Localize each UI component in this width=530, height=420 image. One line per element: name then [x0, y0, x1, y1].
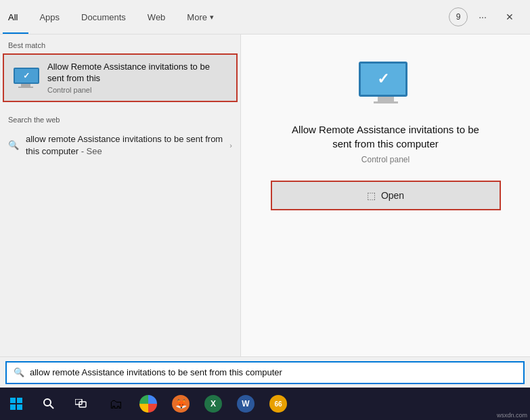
- windows-icon: [10, 398, 22, 410]
- tab-bar: All Apps Documents Web More ▾ 9 ··· ✕: [0, 0, 530, 34]
- tab-web[interactable]: Web: [137, 0, 177, 34]
- best-match-label: Best match: [0, 34, 240, 52]
- monitor-icon: ✓: [14, 68, 39, 84]
- detail-monitor: ✓: [359, 62, 407, 97]
- search-web-arrow: ›: [229, 141, 232, 149]
- item-icon: ✓: [12, 64, 39, 91]
- svg-rect-0: [10, 398, 16, 403]
- app-66-icon: 66: [269, 395, 287, 413]
- taskbar-word[interactable]: W: [230, 388, 261, 419]
- svg-line-5: [50, 405, 53, 409]
- svg-rect-2: [10, 404, 16, 410]
- tab-documents[interactable]: Documents: [70, 0, 137, 34]
- word-icon: W: [237, 395, 255, 413]
- task-view-icon: [75, 399, 87, 409]
- search-web-item[interactable]: 🔍 allow remote Assistance invitations to…: [0, 126, 240, 164]
- open-button[interactable]: ⬚ Open: [271, 181, 501, 210]
- left-panel: Best match ✓ Allow Remote Assistance inv…: [0, 34, 240, 356]
- svg-rect-1: [17, 398, 22, 403]
- detail-icon: ✓: [359, 62, 413, 109]
- taskbar-app-66[interactable]: 66: [263, 388, 294, 419]
- tab-actions: 9 ··· ✕: [449, 0, 527, 34]
- taskbar: 🗂 🦊 X W: [0, 388, 530, 420]
- tab-apps[interactable]: Apps: [28, 0, 70, 34]
- item-subtitle: Control panel: [47, 86, 228, 94]
- more-arrow-icon: ▾: [210, 13, 214, 22]
- more-options-button[interactable]: ···: [470, 5, 495, 29]
- search-web-label: Search the web: [0, 109, 240, 126]
- search-input[interactable]: [30, 367, 516, 377]
- open-icon: ⬚: [367, 190, 376, 201]
- watermark: wsxdn.com: [497, 412, 527, 419]
- search-web-section: Search the web 🔍 allow remote Assistance…: [0, 109, 240, 164]
- search-magnifier-icon: 🔍: [14, 367, 24, 377]
- close-button[interactable]: ✕: [498, 5, 522, 29]
- firefox-icon: 🦊: [172, 395, 190, 413]
- best-match-item[interactable]: ✓ Allow Remote Assistance invitations to…: [3, 53, 238, 102]
- taskbar-search-button[interactable]: [32, 388, 65, 420]
- search-window: All Apps Documents Web More ▾ 9 ··· ✕: [0, 0, 530, 420]
- taskbar-firefox[interactable]: 🦊: [165, 388, 196, 419]
- task-view-button[interactable]: [65, 388, 97, 420]
- taskbar-file-explorer[interactable]: 🗂: [100, 388, 131, 419]
- item-title: Allow Remote Assistance invitations to b…: [47, 62, 228, 85]
- chrome-icon: [139, 395, 157, 413]
- start-button[interactable]: [0, 388, 32, 420]
- excel-icon: X: [204, 395, 222, 413]
- search-input-wrapper: 🔍: [5, 361, 525, 384]
- tab-all[interactable]: All: [3, 0, 28, 34]
- taskbar-chrome[interactable]: [133, 388, 164, 419]
- detail-subtitle: Control panel: [361, 155, 410, 164]
- notification-badge[interactable]: 9: [449, 7, 468, 26]
- item-text: Allow Remote Assistance invitations to b…: [47, 62, 228, 94]
- taskbar-apps: 🗂 🦊 X W: [97, 388, 530, 419]
- tab-more[interactable]: More ▾: [176, 0, 225, 34]
- search-bar: 🔍: [0, 356, 530, 388]
- detail-title: Allow Remote Assistance invitations to b…: [284, 122, 487, 151]
- main-content: Best match ✓ Allow Remote Assistance inv…: [0, 34, 530, 356]
- svg-rect-3: [17, 404, 22, 410]
- taskbar-search-icon: [43, 398, 55, 410]
- svg-point-4: [44, 399, 51, 406]
- search-web-text: allow remote Assistance invitations to b…: [26, 133, 223, 158]
- right-panel: ✓ Allow Remote Assistance invitations to…: [240, 34, 530, 356]
- file-explorer-icon: 🗂: [109, 396, 123, 412]
- taskbar-excel[interactable]: X: [198, 388, 229, 419]
- search-web-icon: 🔍: [8, 140, 19, 151]
